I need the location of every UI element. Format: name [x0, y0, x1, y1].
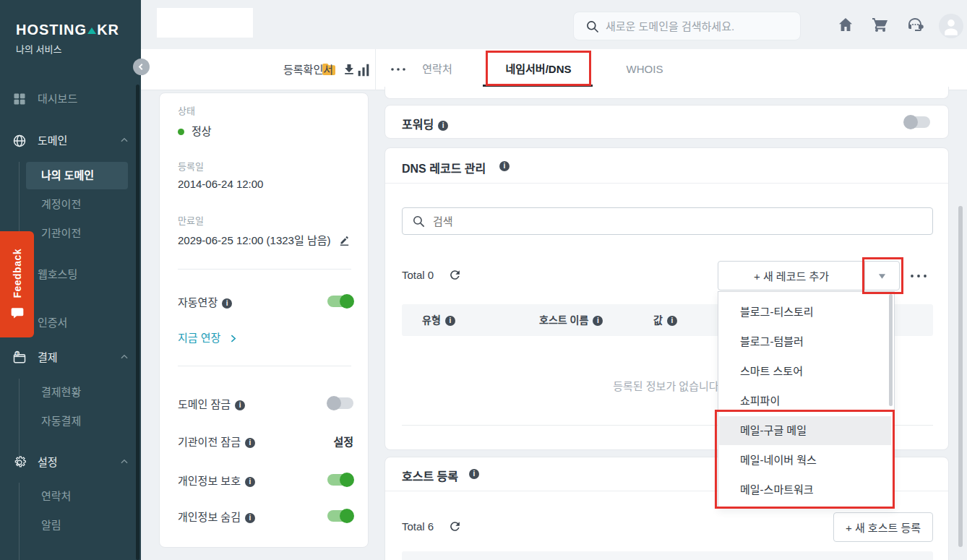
info-icon[interactable]: i [469, 469, 479, 479]
add-record-button[interactable]: + 새 레코드 추가 [718, 261, 865, 290]
sidebar-item-label: 계정이전 [41, 191, 81, 217]
page-scrollbar[interactable] [958, 206, 963, 547]
org-transfer-lock-value[interactable]: 설정 [333, 434, 353, 449]
column-label: 유형 [422, 314, 441, 326]
dashboard-grid-icon [12, 92, 27, 106]
info-icon[interactable]: i [438, 121, 448, 131]
column-value: 값i [653, 304, 677, 336]
renew-now-link[interactable]: 지금 연장 [178, 329, 238, 345]
sidebar-item-account-transfer[interactable]: 계정이전 [0, 191, 141, 217]
host-total-row: Total 6 [402, 520, 462, 533]
person-icon [939, 14, 963, 38]
toggle-knob [327, 396, 341, 410]
tab-nameserver-dns[interactable]: 네임서버/DNS [486, 49, 591, 90]
forwarding-toggle[interactable] [904, 116, 930, 128]
search-icon [412, 215, 426, 228]
refresh-icon[interactable] [448, 520, 462, 533]
chevron-up-icon [119, 352, 129, 362]
sidebar-item-payment-status[interactable]: 결제현황 [0, 379, 141, 405]
avatar[interactable] [939, 14, 963, 38]
refresh-icon[interactable] [448, 268, 462, 282]
sidebar-item-dashboard[interactable]: 대시보드 [0, 86, 141, 112]
caret-down-icon [878, 273, 886, 280]
sidebar-item-notification[interactable]: 알림 [0, 512, 141, 538]
sidebar-item-label: 기관이전 [41, 220, 81, 246]
dropdown-scrollbar[interactable] [889, 294, 893, 406]
brand-left: HOSTING [16, 22, 87, 38]
toggle-knob [340, 473, 354, 487]
sidebar-item-label: 자동결제 [41, 408, 81, 434]
column-label: 값 [653, 314, 663, 326]
sidebar-item-contact[interactable]: 연락처 [0, 483, 141, 509]
auto-renew-label-row: 자동연장i [178, 294, 232, 309]
privacy-protect-toggle[interactable] [327, 474, 353, 486]
dns-search-input[interactable] [433, 209, 924, 233]
info-icon[interactable]: i [245, 438, 255, 448]
globe-icon [12, 134, 27, 148]
expires-label: 만료일 [178, 213, 204, 227]
registered-label: 등록일 [178, 159, 204, 173]
sidebar-item-payment[interactable]: $ 결제 [0, 345, 141, 371]
auto-renew-toggle[interactable] [327, 296, 353, 307]
domain-search-input[interactable] [606, 12, 794, 40]
dropdown-item-shopify[interactable]: 쇼피파이 [719, 387, 891, 415]
brand-triangle-icon [87, 27, 96, 34]
domain-name-redacted-box [157, 8, 253, 38]
sidebar-item-domain[interactable]: 도메인 [0, 128, 141, 154]
sidebar-item-label: 대시보드 [38, 86, 77, 112]
dropdown-item-mail-google[interactable]: 메일-구글 메일 [719, 416, 891, 445]
support-headset-icon[interactable] [906, 16, 924, 33]
info-icon[interactable]: i [445, 316, 455, 326]
toggle-knob [340, 294, 354, 309]
tab-label: 네임서버/DNS [505, 63, 571, 75]
brand-logo[interactable]: HOSTINGKR [16, 22, 119, 38]
sidebar-item-my-domain[interactable]: 나의 도메인 [26, 162, 128, 189]
toggle-knob [903, 115, 918, 129]
dropdown-item-blog-tumblr[interactable]: 블로그-텀블러 [719, 327, 891, 356]
chevron-up-icon [119, 457, 129, 467]
feedback-tab[interactable]: Feedback [0, 231, 34, 337]
tab-contact[interactable]: 연락처 [405, 49, 470, 90]
dns-total: Total 0 [402, 269, 434, 281]
dropdown-item-mail-naver-works[interactable]: 메일-네이버 웍스 [719, 446, 891, 475]
sidebar-item-auto-payment[interactable]: 자동결제 [0, 408, 141, 434]
forwarding-title: 포워딩 [402, 119, 434, 131]
app-root: HOSTINGKR 나의 서비스 대시보드 도메인 나의 도메인 계정이전 기관… [0, 0, 967, 560]
info-icon[interactable]: i [499, 161, 510, 171]
info-icon[interactable]: i [245, 477, 255, 487]
cart-icon[interactable] [872, 16, 889, 33]
toggle-knob [340, 509, 354, 523]
sidebar-item-label: 인증서 [38, 310, 67, 336]
registration-certificate-button[interactable]: 등록확인서 [283, 49, 356, 90]
info-icon[interactable]: i [235, 400, 245, 410]
sidebar-item-label: 알림 [41, 512, 61, 538]
add-record-dropdown-arrow-button[interactable] [864, 261, 900, 290]
sidebar-subtitle: 나의 서비스 [16, 42, 61, 56]
domain-lock-toggle[interactable] [327, 397, 353, 409]
renew-now-label: 지금 연장 [178, 332, 220, 344]
dropdown-item-mail-smartwork[interactable]: 메일-스마트워크 [719, 475, 891, 504]
info-icon[interactable]: i [245, 513, 255, 523]
tab-whois[interactable]: WHOIS [616, 49, 674, 90]
sidebar-scrollbar[interactable] [136, 85, 139, 560]
column-hostname: 호스트 이름i [539, 304, 603, 336]
record-more-options-icon[interactable] [908, 270, 929, 283]
edit-pencil-icon[interactable] [338, 234, 351, 246]
domain-detail-card: 상태 정상 등록일 2014-06-24 12:00 만료일 2029-06-2… [159, 92, 369, 548]
info-icon[interactable]: i [667, 316, 677, 326]
info-icon[interactable]: i [593, 316, 603, 326]
dropdown-item-blog-tistory[interactable]: 블로그-티스토리 [719, 298, 891, 327]
dns-card-header: DNS 레코드 관리 i [385, 148, 948, 184]
sidebar-collapse-button[interactable] [133, 59, 150, 75]
bar-chart-icon[interactable] [356, 62, 371, 78]
sidebar-item-settings[interactable]: 설정 [0, 449, 141, 475]
home-icon[interactable] [837, 16, 854, 33]
registration-certificate-label: 등록확인서 [283, 64, 333, 76]
privacy-protect-label: 개인정보 보호 [178, 475, 241, 487]
add-host-button[interactable]: + 새 호스트 등록 [833, 512, 933, 542]
search-icon [585, 20, 600, 34]
privacy-hide-label: 개인정보 숨김 [178, 511, 241, 523]
privacy-hide-toggle[interactable] [327, 510, 353, 522]
info-icon[interactable]: i [222, 298, 232, 309]
dropdown-item-smart-store[interactable]: 스마트 스토어 [719, 357, 891, 386]
